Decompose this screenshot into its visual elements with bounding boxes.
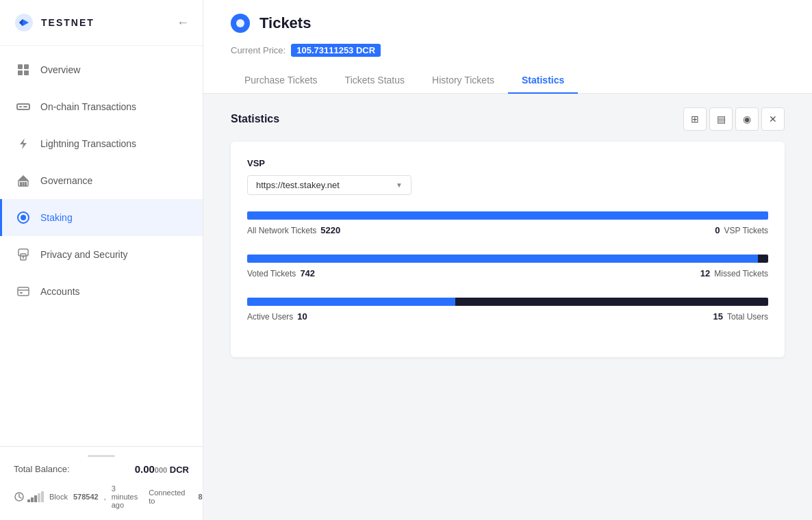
users-labels: Active Users 10 15 Total Users: [247, 311, 768, 322]
connection-icon: [27, 491, 44, 502]
sidebar-item-overview-label: Overview: [40, 64, 80, 75]
missed-tickets-label: Missed Tickets: [714, 269, 768, 278]
network-tickets-bar: [247, 211, 768, 220]
block-label: Block: [49, 493, 68, 501]
active-users-value: 10: [297, 311, 307, 322]
main-content: Tickets Current Price: 105.73111253 DCR …: [203, 0, 812, 520]
network-tickets-group: All Network Tickets 5220 0 VSP Tickets: [247, 211, 768, 235]
svg-point-15: [21, 215, 26, 220]
missed-tickets-value: 12: [700, 268, 710, 278]
sync-icon: [14, 491, 25, 502]
sidebar-item-lightning-label: Lightning Transactions: [40, 138, 136, 149]
total-balance-row: Total Balance: 0.00000 DCR: [14, 458, 189, 480]
close-button[interactable]: ✕: [761, 107, 785, 131]
vsp-url: https://test.stakey.net: [256, 180, 340, 190]
sidebar-item-accounts[interactable]: Accounts: [0, 273, 203, 310]
tab-history-tickets[interactable]: History Tickets: [418, 68, 508, 94]
tab-purchase-tickets[interactable]: Purchase Tickets: [231, 68, 331, 94]
sidebar-item-governance[interactable]: Governance: [0, 162, 203, 199]
statistics-card: VSP https://test.stakey.net ▼ All Networ…: [231, 142, 785, 357]
total-users-dark: [455, 298, 768, 306]
svg-rect-1: [18, 64, 23, 69]
balance-unit: DCR: [170, 465, 189, 475]
total-balance-label: Total Balance:: [14, 464, 70, 474]
current-price-row: Current Price: 105.73111253 DCR: [231, 44, 785, 57]
sidebar: TESTNET ← Overview On-chain Transactions…: [0, 0, 203, 520]
page-title-row: Tickets: [231, 14, 785, 33]
voted-tickets-dark: [758, 255, 768, 263]
vsp-tickets-label: VSP Tickets: [724, 226, 768, 235]
vsp-tickets-value: 0: [715, 225, 720, 235]
voted-tickets-label: Voted Tickets: [247, 269, 296, 278]
governance-icon: [16, 173, 31, 188]
svg-rect-11: [23, 182, 25, 186]
staking-icon: [16, 210, 31, 225]
privacy-icon: [16, 247, 31, 262]
sidebar-item-onchain[interactable]: On-chain Transactions: [0, 88, 203, 125]
total-users-value: 15: [713, 311, 723, 322]
active-users-blue: [247, 298, 455, 306]
tab-tickets-status[interactable]: Tickets Status: [331, 68, 418, 94]
network-tickets-labels: All Network Tickets 5220 0 VSP Tickets: [247, 225, 768, 235]
table-view-button[interactable]: ▤: [709, 107, 733, 131]
network-tickets-blue: [247, 211, 768, 220]
tab-statistics[interactable]: Statistics: [508, 68, 578, 94]
price-main: 105.73: [296, 45, 324, 55]
status-row: Block 578542, 3 minutes ago Connected to…: [14, 480, 189, 513]
sidebar-footer: Total Balance: 0.00000 DCR Block 578542,…: [0, 446, 203, 520]
back-button[interactable]: ←: [177, 16, 189, 30]
svg-rect-16: [18, 249, 28, 256]
sidebar-item-lightning[interactable]: Lightning Transactions: [0, 125, 203, 162]
vsp-label: VSP: [247, 158, 768, 168]
voted-tickets-value: 742: [300, 268, 315, 278]
stats-toolbar: ⊞ ▤ ◉ ✕: [683, 107, 785, 131]
svg-rect-24: [27, 499, 30, 502]
overview-icon: [16, 62, 31, 77]
sidebar-item-privacy[interactable]: Privacy and Security: [0, 236, 203, 273]
sidebar-item-overview[interactable]: Overview: [0, 51, 203, 88]
current-price-label: Current Price:: [231, 45, 286, 55]
all-network-tickets-label: All Network Tickets: [247, 226, 316, 235]
svg-rect-6: [19, 106, 22, 107]
all-network-tickets-value: 5220: [320, 225, 340, 235]
peers-count: 8: [199, 493, 203, 501]
statistics-title: Statistics: [231, 113, 279, 125]
svg-rect-28: [41, 491, 44, 502]
svg-rect-4: [24, 70, 29, 75]
tabs-row: Purchase Tickets Tickets Status History …: [231, 68, 785, 93]
page-header: Tickets Current Price: 105.73111253 DCR …: [203, 0, 812, 94]
vsp-selector[interactable]: https://test.stakey.net ▼: [247, 175, 411, 195]
svg-rect-22: [20, 292, 23, 294]
block-number: 578542: [73, 493, 99, 501]
users-bar: [247, 298, 768, 306]
logo-icon: [14, 12, 34, 33]
sidebar-item-onchain-label: On-chain Transactions: [40, 101, 136, 112]
sidebar-item-staking[interactable]: Staking: [0, 199, 203, 236]
chart-view-button[interactable]: ◉: [735, 107, 759, 131]
svg-rect-25: [31, 497, 34, 502]
svg-rect-26: [34, 495, 37, 502]
chevron-down-icon: ▼: [396, 181, 403, 189]
balance-big: 0.00: [135, 463, 155, 475]
svg-point-18: [23, 256, 25, 258]
lightning-icon: [16, 136, 31, 151]
sidebar-item-accounts-label: Accounts: [40, 286, 80, 297]
sidebar-item-privacy-label: Privacy and Security: [40, 249, 128, 260]
current-price-value: 105.73111253 DCR: [291, 44, 381, 57]
svg-rect-27: [38, 493, 40, 502]
svg-rect-10: [20, 182, 22, 186]
svg-marker-13: [18, 175, 29, 181]
sidebar-item-governance-label: Governance: [40, 175, 92, 186]
tickets-icon: [231, 14, 250, 33]
svg-point-32: [236, 19, 244, 27]
grid-view-button[interactable]: ⊞: [683, 107, 707, 131]
svg-rect-12: [25, 182, 27, 186]
total-users-label: Total Users: [727, 312, 768, 322]
svg-rect-20: [18, 287, 29, 296]
voted-tickets-bar: [247, 255, 768, 263]
onchain-icon: [16, 99, 31, 114]
block-time: 3 minutes ago: [112, 484, 138, 509]
stats-header: Statistics ⊞ ▤ ◉ ✕: [231, 107, 785, 131]
balance-amount: 0.00000 DCR: [135, 463, 189, 475]
svg-marker-8: [20, 138, 27, 149]
